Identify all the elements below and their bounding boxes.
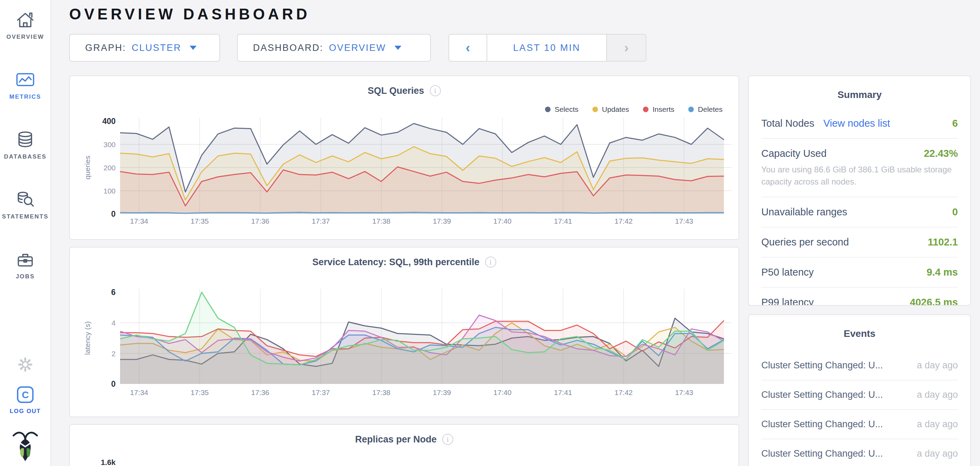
home-icon: [16, 10, 35, 30]
svg-text:17:41: 17:41: [554, 217, 572, 225]
sidebar-item-statements[interactable]: STATEMENTS: [2, 190, 49, 220]
service-latency-chart[interactable]: 17:3417:3517:3617:3717:3817:3917:4017:41…: [70, 278, 739, 400]
sql-queries-chart[interactable]: 17:3417:3517:3617:3717:3817:3917:4017:41…: [70, 105, 739, 227]
summary-row-value: 9.4 ms: [927, 267, 958, 278]
svg-text:4: 4: [111, 319, 116, 327]
sidebar-item-overview[interactable]: OVERVIEW: [6, 10, 44, 40]
y-axis-tick-label: 1.6k: [94, 458, 116, 466]
summary-row-label: Unavailable ranges: [761, 206, 847, 218]
chevron-down-icon: [189, 46, 197, 50]
svg-text:300: 300: [103, 140, 116, 148]
settings-button[interactable]: [16, 356, 34, 373]
svg-text:C: C: [22, 389, 29, 400]
dashboard-controls: GRAPH: CLUSTER DASHBOARD: OVERVIEW ‹ LAS…: [69, 34, 980, 62]
event-text: Cluster Setting Changed: U...: [761, 360, 883, 371]
summary-row-value: 22.43%: [924, 148, 958, 159]
svg-text:200: 200: [103, 164, 116, 172]
metrics-chart-icon: [16, 70, 35, 90]
summary-row-total-nodes: Total Nodes View nodes list 6: [761, 109, 958, 139]
svg-text:0: 0: [111, 209, 116, 219]
svg-text:17:39: 17:39: [433, 217, 451, 225]
page-title: OVERVIEW DASHBOARD: [69, 6, 980, 23]
summary-row-value: 1102.1: [928, 236, 958, 248]
service-latency-chart-card: Service Latency: SQL, 99th percentile i …: [69, 247, 739, 417]
event-row[interactable]: Cluster Setting Changed: U... a day ago: [761, 410, 958, 439]
info-icon[interactable]: i: [442, 434, 453, 445]
replicas-per-node-chart-card: Replicas per Node i 1.6k: [69, 424, 739, 466]
svg-text:17:38: 17:38: [372, 217, 391, 225]
summary-row-p50-latency: P50 latency 9.4 ms: [761, 258, 958, 288]
gear-icon: [16, 356, 34, 373]
svg-text:400: 400: [102, 116, 116, 126]
chart-title-row: SQL Queries i: [70, 85, 738, 96]
events-title: Events: [761, 328, 958, 339]
main-content: OVERVIEW DASHBOARD GRAPH: CLUSTER DASHBO…: [52, 0, 980, 466]
dashboard-dropdown[interactable]: DASHBOARD: OVERVIEW: [237, 34, 431, 62]
svg-text:latency (s): latency (s): [83, 321, 91, 355]
sidebar-item-jobs[interactable]: JOBS: [16, 250, 35, 280]
svg-text:17:35: 17:35: [191, 388, 209, 396]
chevron-down-icon: [395, 46, 401, 50]
summary-row-value: 6: [952, 118, 958, 129]
chart-title-row: Service Latency: SQL, 99th percentile i: [70, 257, 738, 268]
event-row[interactable]: Cluster Setting Changed: U... a day ago: [761, 439, 958, 466]
summary-row-queries-per-second: Queries per second 1102.1: [761, 227, 958, 258]
svg-text:17:40: 17:40: [493, 217, 512, 225]
summary-title: Summary: [761, 89, 958, 101]
svg-text:17:37: 17:37: [312, 217, 330, 225]
summary-row-label: P50 latency: [761, 267, 814, 278]
view-nodes-list-link[interactable]: View nodes list: [823, 118, 890, 129]
time-range-value[interactable]: LAST 10 MIN: [487, 35, 607, 61]
summary-row-label: Total Nodes: [761, 118, 814, 129]
logout-button[interactable]: C LOG OUT: [10, 385, 41, 415]
database-icon: [16, 130, 35, 150]
event-row[interactable]: Cluster Setting Changed: U... a day ago: [761, 380, 958, 410]
capacity-note: You are using 86.6 GiB of 386.1 GiB usab…: [761, 163, 958, 188]
svg-text:17:40: 17:40: [493, 388, 512, 396]
overview-dashboard-page: { "header": { "title": "OVERVIEW DASHBOA…: [0, 0, 980, 466]
chart-title: Replicas per Node: [355, 434, 437, 445]
graph-dropdown-label: GRAPH:: [85, 43, 126, 53]
svg-text:0: 0: [111, 380, 116, 388]
graph-source-dropdown[interactable]: GRAPH: CLUSTER: [69, 34, 220, 62]
event-row[interactable]: Cluster Setting Changed: U... a day ago: [761, 351, 958, 380]
svg-text:17:34: 17:34: [130, 388, 148, 396]
sidebar-item-label: STATEMENTS: [2, 213, 49, 220]
sql-queries-chart-card: SQL Queries i SelectsUpdatesInsertsDelet…: [69, 75, 739, 240]
sidebar: OVERVIEW METRICS DATABASES STATEMENTS: [0, 0, 51, 466]
svg-text:17:39: 17:39: [433, 388, 451, 396]
event-time: a day ago: [917, 419, 958, 430]
svg-text:queries: queries: [83, 156, 91, 180]
time-prev-button[interactable]: ‹: [449, 35, 487, 61]
info-icon[interactable]: i: [430, 85, 441, 96]
event-time: a day ago: [917, 360, 958, 371]
svg-text:17:42: 17:42: [614, 388, 633, 396]
svg-text:17:36: 17:36: [251, 217, 270, 225]
svg-text:2: 2: [111, 350, 116, 357]
sidebar-item-label: OVERVIEW: [6, 34, 44, 40]
sidebar-item-metrics[interactable]: METRICS: [10, 70, 41, 101]
event-text: Cluster Setting Changed: U...: [761, 448, 883, 459]
time-next-button[interactable]: ›: [607, 35, 646, 61]
summary-row-label: P99 latency: [761, 297, 814, 306]
svg-text:17:35: 17:35: [191, 217, 209, 225]
events-list: Cluster Setting Changed: U... a day ago …: [761, 351, 958, 466]
svg-text:6: 6: [111, 288, 116, 297]
summary-row-value: 4026.5 ms: [910, 297, 958, 306]
cockroachdb-bug-logo: [11, 429, 40, 462]
chart-title-row: Replicas per Node i: [70, 434, 738, 445]
charts-column: SQL Queries i SelectsUpdatesInsertsDelet…: [69, 75, 739, 466]
svg-text:17:43: 17:43: [675, 217, 694, 225]
summary-row-label: Capacity Used: [761, 148, 827, 159]
event-text: Cluster Setting Changed: U...: [761, 389, 883, 400]
briefcase-icon: [16, 250, 35, 269]
sidebar-item-databases[interactable]: DATABASES: [4, 130, 46, 160]
dashboard-dropdown-value: OVERVIEW: [329, 43, 386, 53]
statements-search-icon: [16, 190, 35, 209]
chart-title: SQL Queries: [368, 86, 424, 96]
svg-text:17:42: 17:42: [614, 217, 633, 225]
svg-text:100: 100: [103, 187, 116, 195]
right-column: Summary Total Nodes View nodes list 6: [748, 75, 971, 466]
event-time: a day ago: [917, 448, 958, 459]
info-icon[interactable]: i: [485, 257, 496, 268]
